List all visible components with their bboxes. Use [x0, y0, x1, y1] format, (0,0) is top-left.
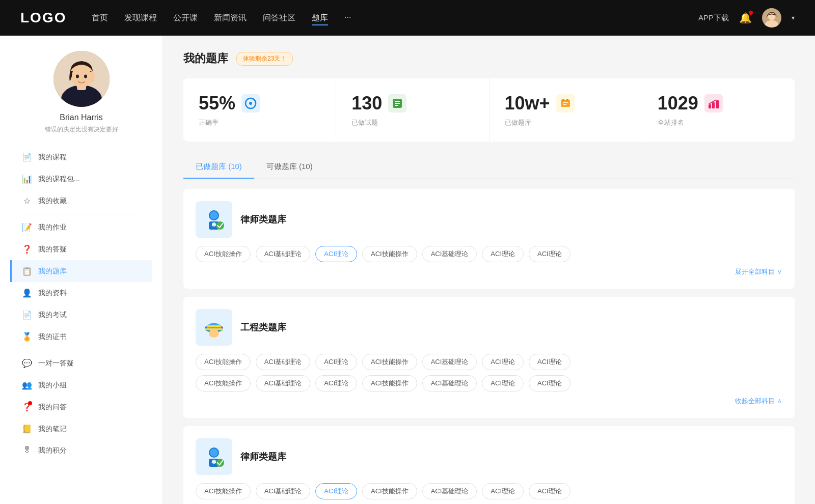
sidebar-item-favorites[interactable]: ☆ 我的收藏 [10, 190, 152, 212]
nav-news[interactable]: 新闻资讯 [214, 11, 247, 25]
sidebar-item-one-on-one[interactable]: 💬 一对一答疑 [10, 352, 152, 374]
law2-tag-2[interactable]: ACI理论 [315, 483, 357, 499]
category-lawyer-1-title: 律师类题库 [240, 213, 286, 226]
sidebar-label-one-on-one: 一对一答疑 [38, 359, 142, 368]
sidebar-item-homework[interactable]: 📝 我的作业 [10, 216, 152, 238]
eng-tag-12[interactable]: ACI理论 [482, 375, 524, 391]
eng-tag-11[interactable]: ACI基础理论 [422, 375, 477, 391]
page-title: 我的题库 [183, 51, 228, 66]
category-lawyer-2-icon [196, 438, 232, 475]
category-engineer-icon [196, 309, 232, 346]
law2-tag-0[interactable]: ACI技能操作 [196, 483, 251, 499]
nav-open-course[interactable]: 公开课 [173, 11, 198, 25]
sidebar-divider-1 [24, 214, 138, 214]
category-lawyer-1-icon [196, 201, 232, 238]
user-name: Brian Harris [60, 113, 102, 122]
eng-tag-1[interactable]: ACI基础理论 [256, 354, 311, 370]
stat-accuracy-icon [241, 94, 260, 113]
svg-point-9 [84, 75, 87, 78]
question-bank-icon: 📋 [22, 266, 32, 276]
nav-question-bank[interactable]: 题库 [312, 11, 328, 25]
sidebar-label-favorites: 我的收藏 [38, 197, 142, 206]
sidebar-label-homework: 我的作业 [38, 223, 142, 232]
notification-bell[interactable]: 🔔 [739, 12, 752, 24]
sidebar-item-notes[interactable]: 📒 我的笔记 [10, 418, 152, 440]
sidebar-item-exam[interactable]: 📄 我的考试 [10, 304, 152, 326]
eng-tag-6[interactable]: ACI理论 [529, 354, 570, 370]
qa-notification-dot [28, 401, 32, 405]
stat-accuracy-value: 55% [199, 93, 235, 114]
law2-tag-1[interactable]: ACI基础理论 [256, 483, 311, 499]
sidebar-avatar [53, 51, 110, 107]
stat-ranking-top: 1029 [658, 93, 779, 114]
collapse-engineer[interactable]: 收起全部科目 ∧ [196, 397, 782, 406]
svg-point-32 [209, 329, 219, 338]
sidebar-label-my-qa: 我的问答 [38, 403, 142, 412]
topnav: LOGO 首页 发现课程 公开课 新闻资讯 问答社区 题库 ··· APP下载 … [0, 0, 815, 36]
nav-discover[interactable]: 发现课程 [124, 11, 157, 25]
law2-tag-6[interactable]: ACI理论 [529, 483, 570, 499]
stat-done-questions-top: 130 [351, 93, 473, 114]
sidebar-item-course[interactable]: 📄 我的课程 [10, 146, 152, 168]
app-download[interactable]: APP下载 [698, 13, 729, 23]
expand-lawyer-1[interactable]: 展开全部科目 ∨ [196, 267, 782, 276]
eng-tag-0[interactable]: ACI技能操作 [196, 354, 251, 370]
tab-done[interactable]: 已做题库 (10) [183, 156, 254, 179]
tag-5[interactable]: ACI理论 [482, 246, 524, 262]
sidebar-item-points[interactable]: 🎖 我的积分 [10, 440, 152, 461]
nav-qa[interactable]: 问答社区 [263, 11, 295, 25]
tag-4[interactable]: ACI基础理论 [422, 246, 477, 262]
sidebar-item-my-qa[interactable]: ❓ 我的问答 [10, 396, 152, 418]
category-engineer-tags-row2: ACI技能操作 ACI基础理论 ACI理论 ACI技能操作 ACI基础理论 AC… [196, 375, 782, 391]
svg-point-11 [249, 102, 252, 105]
profile-icon: 👤 [22, 288, 32, 298]
tag-0[interactable]: ACI技能操作 [196, 246, 251, 262]
law2-tag-3[interactable]: ACI技能操作 [362, 483, 417, 499]
sidebar-item-course-package[interactable]: 📊 我的课程包... [10, 168, 152, 190]
svg-point-8 [76, 75, 79, 78]
sidebar-label-qa: 我的答疑 [38, 245, 142, 254]
svg-rect-31 [207, 325, 221, 327]
category-lawyer-2-title: 律师类题库 [240, 451, 286, 463]
category-lawyer-1-header: 律师类题库 [196, 201, 782, 238]
category-engineer-tags-row1: ACI技能操作 ACI基础理论 ACI理论 ACI技能操作 ACI基础理论 AC… [196, 354, 782, 370]
category-engineer: 工程类题库 ACI技能操作 ACI基础理论 ACI理论 ACI技能操作 ACI基… [183, 297, 795, 418]
eng-tag-8[interactable]: ACI基础理论 [256, 375, 311, 391]
eng-tag-3[interactable]: ACI技能操作 [362, 354, 417, 370]
sidebar-item-profile[interactable]: 👤 我的资料 [10, 282, 152, 304]
law2-tag-4[interactable]: ACI基础理论 [422, 483, 477, 499]
svg-rect-19 [562, 99, 564, 101]
stat-done-banks-value: 10w+ [505, 93, 550, 114]
sidebar-item-question-bank[interactable]: 📋 我的题库 [10, 260, 152, 282]
eng-tag-13[interactable]: ACI理论 [529, 375, 570, 391]
stat-done-banks-icon [556, 94, 575, 113]
tab-available[interactable]: 可做题库 (10) [254, 156, 325, 179]
svg-rect-20 [566, 99, 568, 101]
avatar-chevron-icon[interactable]: ▾ [792, 14, 795, 21]
category-lawyer-1-tags: ACI技能操作 ACI基础理论 ACI理论 ACI技能操作 ACI基础理论 AC… [196, 246, 782, 262]
notification-dot [749, 11, 753, 15]
svg-rect-23 [716, 100, 719, 108]
tag-2[interactable]: ACI理论 [315, 246, 357, 262]
nav-more[interactable]: ··· [344, 11, 351, 25]
sidebar-item-group[interactable]: 👥 我的小组 [10, 374, 152, 396]
eng-tag-7[interactable]: ACI技能操作 [196, 375, 251, 391]
svg-rect-16 [561, 100, 570, 107]
category-lawyer-2-tags: ACI技能操作 ACI基础理论 ACI理论 ACI技能操作 ACI基础理论 AC… [196, 483, 782, 499]
stat-done-banks: 10w+ 已做题库 [490, 78, 642, 142]
stat-done-questions-value: 130 [351, 93, 382, 114]
eng-tag-5[interactable]: ACI理论 [482, 354, 524, 370]
user-avatar[interactable] [762, 8, 781, 27]
nav-home[interactable]: 首页 [92, 11, 108, 25]
sidebar-item-certificate[interactable]: 🏅 我的证书 [10, 326, 152, 348]
law2-tag-5[interactable]: ACI理论 [482, 483, 524, 499]
stat-done-banks-top: 10w+ [505, 93, 627, 114]
eng-tag-9[interactable]: ACI理论 [315, 375, 357, 391]
eng-tag-10[interactable]: ACI技能操作 [362, 375, 417, 391]
eng-tag-2[interactable]: ACI理论 [315, 354, 357, 370]
tag-1[interactable]: ACI基础理论 [256, 246, 311, 262]
sidebar-item-qa[interactable]: ❓ 我的答疑 [10, 238, 152, 260]
tag-3[interactable]: ACI技能操作 [362, 246, 417, 262]
eng-tag-4[interactable]: ACI基础理论 [422, 354, 477, 370]
tag-6[interactable]: ACI理论 [529, 246, 570, 262]
